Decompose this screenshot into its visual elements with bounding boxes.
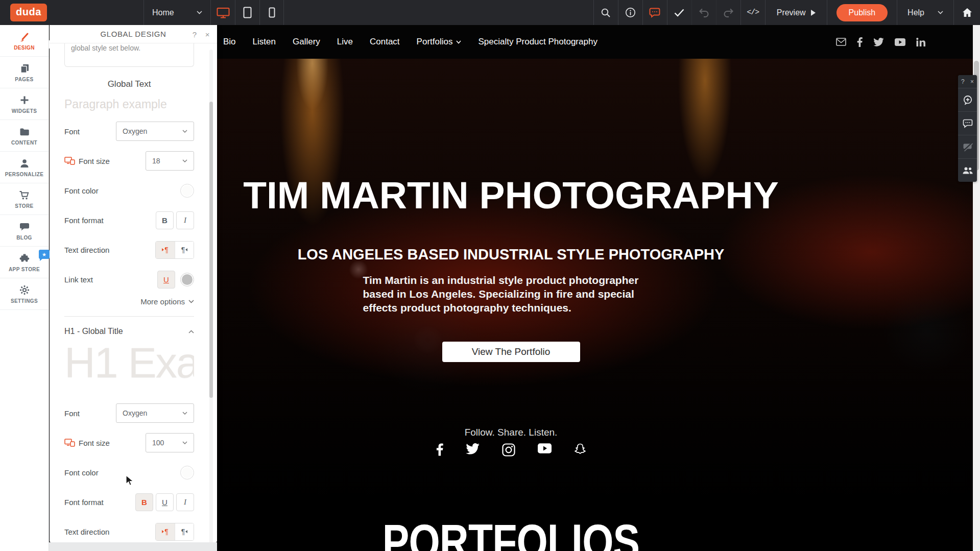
panel-help-button[interactable]: ?	[193, 30, 197, 39]
link-text-controls: U	[157, 271, 194, 289]
comments-toolbar: ? ×	[958, 75, 977, 182]
link-text-row: Link text U	[64, 270, 194, 289]
nav-link-live[interactable]: Live	[337, 37, 353, 47]
more-options-link[interactable]: More options	[64, 297, 194, 306]
text-direction-group: ¶ ¶	[155, 241, 194, 259]
search-button[interactable]	[593, 0, 618, 25]
show-comments-button[interactable]	[958, 111, 977, 135]
dev-mode-button[interactable]: </>	[740, 0, 765, 25]
sidebar-item-store[interactable]: STORE	[0, 183, 49, 215]
more-options-label: More options	[140, 297, 185, 306]
desktop-view-button[interactable]	[210, 0, 235, 25]
font-color-swatch[interactable]	[180, 184, 194, 198]
nav-link-specialty[interactable]: Specialty Product Photography	[478, 37, 597, 47]
rtl-button[interactable]: ¶	[175, 242, 194, 258]
snapchat-icon[interactable]	[574, 443, 586, 457]
done-check-button[interactable]	[667, 0, 691, 25]
facebook-icon[interactable]	[436, 443, 443, 457]
font-size-row: Font size 18	[64, 151, 194, 171]
paragraph-rtl-icon: ¶	[181, 528, 188, 536]
panel-close-button[interactable]: ×	[205, 30, 210, 39]
toolbar-help-button[interactable]: ?	[961, 78, 965, 85]
collaborators-button[interactable]	[958, 158, 977, 182]
nav-link-bio[interactable]: Bio	[223, 37, 236, 47]
responsive-devices-icon	[64, 157, 75, 165]
editor-window: Bio Listen Gallery Live Contact Portfoli…	[0, 0, 980, 551]
info-button[interactable]	[618, 0, 642, 25]
tablet-view-button[interactable]	[235, 0, 259, 25]
toolbar-close-button[interactable]: ×	[970, 78, 974, 85]
sidebar-item-personalize[interactable]: PERSONALIZE	[0, 152, 49, 183]
facebook-icon[interactable]	[857, 37, 863, 47]
instagram-icon[interactable]	[502, 443, 515, 457]
h1-font-size-select[interactable]: 100	[146, 433, 194, 452]
twitter-icon[interactable]	[873, 38, 884, 46]
h1-bold-button[interactable]: B	[135, 493, 153, 511]
bold-button[interactable]: B	[156, 211, 174, 229]
mobile-view-button[interactable]	[259, 0, 284, 25]
publish-button[interactable]: Publish	[836, 4, 888, 21]
gear-icon	[19, 284, 30, 296]
h1-font-select[interactable]: Oxygen	[116, 403, 194, 423]
h1-underline-button[interactable]: U	[156, 493, 174, 511]
help-label: Help	[907, 8, 924, 17]
panel-scrollbar-thumb[interactable]	[209, 102, 213, 398]
h1-ltr-button[interactable]: ¶	[156, 523, 175, 540]
redo-button[interactable]	[716, 0, 740, 25]
sidebar-item-label: DESIGN	[14, 45, 35, 51]
text-direction-label: Text direction	[64, 528, 109, 536]
sidebar-item-blog[interactable]: BLOG	[0, 215, 49, 247]
global-text-heading: Global Text	[64, 79, 194, 89]
preview-label: Preview	[777, 8, 806, 17]
hide-comments-button[interactable]	[958, 135, 977, 158]
linkedin-icon[interactable]	[916, 38, 925, 46]
h1-font-row: Font Oxygen	[64, 403, 194, 423]
link-text-label: Link text	[64, 275, 93, 284]
h1-italic-button[interactable]: I	[176, 493, 194, 511]
youtube-icon[interactable]	[895, 38, 905, 46]
sidebar-item-widgets[interactable]: WIDGETS	[0, 88, 49, 120]
sidebar-item-settings[interactable]: SETTINGS	[0, 278, 49, 310]
paragraph-ltr-icon: ¶	[162, 528, 169, 536]
duda-logo[interactable]: duda	[10, 4, 47, 21]
sidebar-item-content[interactable]: CONTENT	[0, 120, 49, 152]
twitter-icon[interactable]	[466, 443, 480, 457]
link-underline-button[interactable]: U	[157, 271, 175, 289]
sidebar-item-pages[interactable]: PAGES	[0, 57, 49, 88]
font-size-select[interactable]: 18	[146, 151, 194, 171]
email-icon[interactable]	[836, 38, 846, 46]
font-select[interactable]: Oxygen	[116, 122, 194, 141]
nav-link-listen[interactable]: Listen	[253, 37, 276, 47]
youtube-icon[interactable]	[538, 443, 552, 457]
link-color-swatch[interactable]	[180, 273, 194, 286]
h1-rtl-button[interactable]: ¶	[175, 523, 194, 540]
undo-button[interactable]	[691, 0, 716, 25]
help-dropdown[interactable]: Help	[897, 0, 953, 25]
italic-glyph: I	[184, 498, 186, 507]
h1-font-color-swatch[interactable]	[180, 466, 194, 480]
nav-link-portfolios[interactable]: Portfolios	[417, 37, 462, 47]
portfolios-title[interactable]: PORTFOLIOS	[132, 517, 890, 551]
h1-font-format-row: Font format B U I	[64, 492, 194, 512]
nav-link-portfolios-label: Portfolios	[417, 37, 453, 47]
add-comment-button[interactable]	[958, 88, 977, 111]
panel-body: global style set below. Global Text Para…	[50, 43, 217, 542]
nav-link-contact[interactable]: Contact	[370, 37, 400, 47]
preview-button[interactable]: Preview	[765, 0, 827, 25]
view-portfolio-button[interactable]: View The Portfolio	[442, 342, 580, 362]
nav-link-gallery[interactable]: Gallery	[293, 37, 320, 47]
editor-gutter	[49, 542, 217, 551]
mobile-icon	[269, 7, 275, 18]
italic-button[interactable]: I	[176, 211, 194, 229]
comments-button[interactable]	[642, 0, 667, 25]
chevron-down-icon	[456, 40, 461, 44]
ltr-button[interactable]: ¶	[156, 242, 175, 258]
site-nav-links: Bio Listen Gallery Live Contact Portfoli…	[223, 25, 597, 59]
hero-paragraph[interactable]: Tim Martin is an industrial style produc…	[363, 273, 659, 315]
h1-section-header[interactable]: H1 - Global Title	[64, 327, 194, 336]
dashboard-home-button[interactable]	[953, 0, 980, 25]
panel-note-clipped: global style set below.	[64, 43, 194, 67]
play-icon	[811, 10, 816, 16]
page-selector-dropdown[interactable]: Home	[144, 0, 210, 25]
sidebar-item-design[interactable]: DESIGN	[0, 25, 49, 57]
